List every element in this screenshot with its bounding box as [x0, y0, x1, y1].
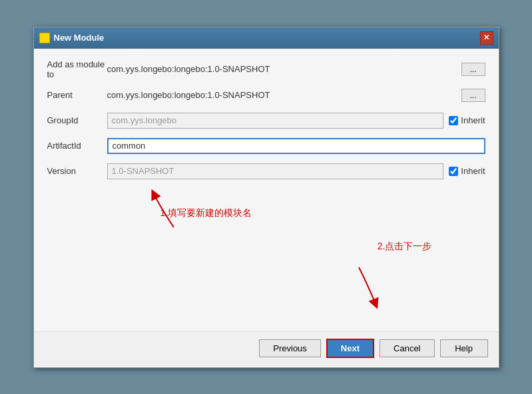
annotation-area: 1.填写要新建的模块名 2.点击下一步	[47, 187, 485, 321]
cancel-button[interactable]: Cancel	[380, 339, 434, 357]
help-button[interactable]: Help	[440, 339, 488, 357]
add-as-module-value-row: com.yys.longebo:longebo:1.0-SNAPSHOT ...	[107, 63, 485, 76]
version-inherit-checkbox[interactable]	[449, 167, 458, 176]
dialog-footer: Previous Next Cancel Help	[34, 331, 499, 367]
dialog-content: Add as module to com.yys.longebo:longebo…	[34, 49, 499, 331]
group-id-label: GroupId	[47, 115, 107, 125]
annotation-text-1: 1.填写要新建的模块名	[160, 207, 252, 219]
artifact-id-row: ArtifactId	[47, 137, 485, 155]
add-as-module-browse-button[interactable]: ...	[461, 63, 485, 76]
artifact-id-input[interactable]	[107, 138, 485, 154]
arrow-2-icon	[346, 261, 386, 314]
artifact-id-label: ArtifactId	[47, 141, 107, 151]
parent-row: Parent com.yys.longebo:longebo:1.0-SNAPS…	[47, 86, 485, 105]
group-id-input[interactable]	[107, 113, 444, 129]
version-input[interactable]	[107, 163, 444, 179]
parent-browse-button[interactable]: ...	[461, 89, 485, 102]
group-id-row: GroupId Inherit	[47, 111, 485, 130]
window-icon	[39, 33, 50, 43]
previous-button[interactable]: Previous	[259, 339, 321, 357]
add-as-module-label: Add as module to	[47, 59, 107, 79]
annotation-text-2: 2.点击下一步	[378, 241, 432, 253]
parent-value: com.yys.longebo:longebo:1.0-SNAPSHOT	[107, 90, 270, 100]
version-label: Version	[47, 166, 107, 176]
parent-value-row: com.yys.longebo:longebo:1.0-SNAPSHOT ...	[107, 89, 485, 102]
group-id-inherit-label: Inherit	[449, 115, 485, 125]
close-button[interactable]: ✕	[480, 31, 493, 45]
add-as-module-value: com.yys.longebo:longebo:1.0-SNAPSHOT	[107, 64, 270, 74]
title-bar-left: New Module	[39, 33, 105, 43]
version-inherit-label: Inherit	[449, 166, 485, 176]
parent-label: Parent	[47, 90, 107, 100]
next-button[interactable]: Next	[326, 339, 374, 358]
window-title: New Module	[54, 33, 105, 43]
version-row: Version Inherit	[47, 162, 485, 181]
title-bar: New Module ✕	[34, 27, 499, 49]
new-module-dialog: New Module ✕ Add as module to com.yys.lo…	[33, 27, 499, 368]
add-as-module-row: Add as module to com.yys.longebo:longebo…	[47, 59, 485, 79]
group-id-inherit-checkbox[interactable]	[449, 116, 458, 125]
